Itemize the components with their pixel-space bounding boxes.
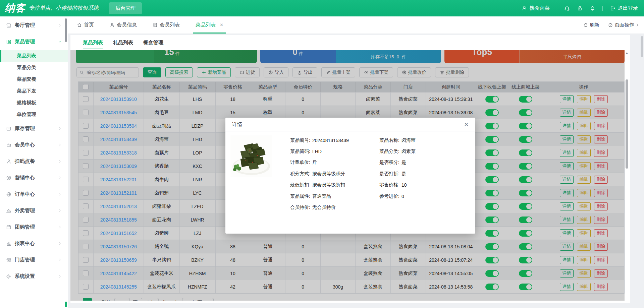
mall-toggle[interactable]	[519, 136, 532, 143]
sidebar-subitem-菜品列表[interactable]: 菜品列表	[0, 50, 68, 62]
mall-toggle[interactable]	[519, 176, 532, 183]
edit-button[interactable]: 编辑	[577, 109, 591, 117]
detail-button[interactable]: 详情	[560, 256, 574, 264]
pos-toggle[interactable]	[485, 123, 499, 129]
sidebar-item-库存管理[interactable]: 库存管理	[0, 120, 68, 137]
sidebar-subitem-单位管理[interactable]: 单位管理	[0, 109, 68, 120]
current-store[interactable]: 熟食卤菜	[522, 5, 550, 11]
detail-button[interactable]: 详情	[560, 216, 574, 224]
delete-button[interactable]: 删除	[594, 229, 608, 237]
pos-toggle[interactable]	[485, 230, 499, 237]
pos-toggle[interactable]	[485, 243, 499, 250]
edit-button[interactable]: 编辑	[577, 95, 591, 103]
mall-toggle[interactable]	[519, 257, 532, 263]
delete-button[interactable]: 删除	[594, 122, 608, 130]
sidebar-item-报表中心[interactable]: 报表中心	[0, 235, 68, 252]
delete-button[interactable]: 删除	[594, 189, 608, 197]
delete-button[interactable]: 删除	[594, 269, 608, 278]
sidebar-scrollbar-thumb[interactable]	[65, 18, 67, 42]
导入-button[interactable]: 导入	[264, 67, 288, 77]
mall-toggle[interactable]	[519, 203, 532, 210]
pos-toggle[interactable]	[485, 257, 499, 263]
close-icon[interactable]: ✕	[464, 121, 469, 128]
pos-toggle[interactable]	[485, 136, 499, 143]
mall-toggle[interactable]	[519, 109, 532, 116]
sidebar-scrollbar-end[interactable]	[65, 302, 67, 307]
headset-icon[interactable]	[564, 5, 570, 11]
product-code-link[interactable]: 20240813151652	[100, 231, 137, 236]
进货-button[interactable]: 进货	[235, 67, 260, 77]
detail-button[interactable]: 详情	[560, 135, 574, 143]
detail-button[interactable]: 详情	[560, 189, 574, 197]
product-code-link[interactable]: 20240813150726	[100, 244, 137, 249]
批量上架-button[interactable]: 批量上架	[321, 67, 355, 77]
sidebar-subitem-菜品分类[interactable]: 菜品分类	[0, 62, 68, 73]
row-checkbox[interactable]	[83, 217, 89, 223]
product-code-link[interactable]: 20240813150659	[100, 257, 137, 263]
sidebar-item-餐厅管理[interactable]: 餐厅管理	[0, 17, 68, 34]
pos-toggle[interactable]	[485, 96, 499, 103]
row-checkbox[interactable]	[83, 203, 89, 209]
edit-button[interactable]: 编辑	[577, 176, 591, 184]
product-code-link[interactable]: 20240813145255	[100, 284, 137, 290]
product-code-link[interactable]: 20240813153318	[100, 150, 137, 156]
product-code-link[interactable]: 20240813152201	[100, 177, 137, 182]
prev-page-button[interactable]: ‹	[76, 300, 79, 301]
delete-button[interactable]: 删除	[594, 135, 608, 143]
edit-button[interactable]: 编辑	[577, 256, 591, 264]
edit-button[interactable]: 编辑	[577, 243, 591, 251]
detail-button[interactable]: 详情	[560, 109, 574, 117]
edit-button[interactable]: 编辑	[577, 283, 591, 291]
row-checkbox[interactable]	[83, 190, 89, 196]
mall-toggle[interactable]	[519, 163, 532, 170]
delete-button[interactable]: 删除	[594, 162, 608, 170]
scroll-up-arrow-icon[interactable]: ▲	[625, 51, 629, 55]
lock-icon[interactable]	[577, 5, 583, 11]
导出-button[interactable]: 导出	[292, 67, 317, 77]
sidebar-item-外卖管理[interactable]: 外卖管理	[0, 202, 68, 219]
delete-button[interactable]: 删除	[594, 95, 608, 103]
sidebar-subitem-菜品套餐[interactable]: 菜品套餐	[0, 73, 68, 85]
delete-button[interactable]: 删除	[594, 176, 608, 184]
delete-button[interactable]: 删除	[594, 202, 608, 210]
mall-toggle[interactable]	[519, 270, 532, 277]
sidebar-item-系统设置[interactable]: 系统设置	[0, 268, 68, 285]
logout-button[interactable]: 退出登录	[610, 5, 638, 11]
goto-page-field[interactable]	[114, 300, 130, 301]
low-stock-count-link[interactable]: 0	[396, 54, 399, 59]
delete-button[interactable]: 删除	[594, 216, 608, 224]
detail-button[interactable]: 详情	[560, 243, 574, 251]
sidebar-item-订单中心[interactable]: 订单中心	[0, 186, 68, 202]
pos-toggle[interactable]	[485, 176, 499, 183]
sidebar-item-扫码点餐[interactable]: 扫码点餐	[0, 153, 68, 170]
sidebar-item-营销中心[interactable]: 营销中心	[0, 170, 68, 186]
bell-icon[interactable]	[590, 5, 595, 11]
detail-button[interactable]: 详情	[560, 95, 574, 103]
pos-toggle[interactable]	[485, 270, 499, 277]
backstage-button[interactable]: 后台管理	[109, 2, 142, 14]
subtab-菜品列表[interactable]: 菜品列表	[83, 35, 103, 50]
page-operations-button[interactable]: 页面操作	[608, 22, 639, 28]
product-code-link[interactable]: 20240813153545	[100, 110, 137, 115]
search-input[interactable]	[86, 70, 136, 75]
mall-toggle[interactable]	[519, 217, 532, 223]
row-checkbox[interactable]	[83, 150, 89, 156]
row-checkbox[interactable]	[83, 136, 89, 142]
pos-toggle[interactable]	[485, 217, 499, 223]
sidebar-item-菜品管理[interactable]: 菜品管理	[0, 34, 68, 50]
row-checkbox[interactable]	[83, 230, 89, 236]
批量下架-button[interactable]: 批量下架	[359, 67, 393, 77]
product-code-link[interactable]: 20240813145422	[100, 271, 137, 276]
tab-首页[interactable]: 首页	[77, 16, 94, 34]
sidebar-subitem-规格模板[interactable]: 规格模板	[0, 97, 68, 109]
product-code-link[interactable]: 20240813153504	[100, 123, 137, 129]
detail-button[interactable]: 详情	[560, 149, 574, 157]
row-checkbox[interactable]	[83, 163, 89, 169]
product-code-link[interactable]: 20240813153009	[100, 164, 137, 169]
mall-toggle[interactable]	[519, 243, 532, 250]
pos-toggle[interactable]	[485, 109, 499, 116]
mall-toggle[interactable]	[519, 230, 532, 237]
row-checkbox[interactable]	[83, 244, 89, 249]
product-code-link[interactable]: 20240813153439	[100, 137, 137, 142]
批量删除-button[interactable]: 批量删除	[435, 67, 469, 77]
